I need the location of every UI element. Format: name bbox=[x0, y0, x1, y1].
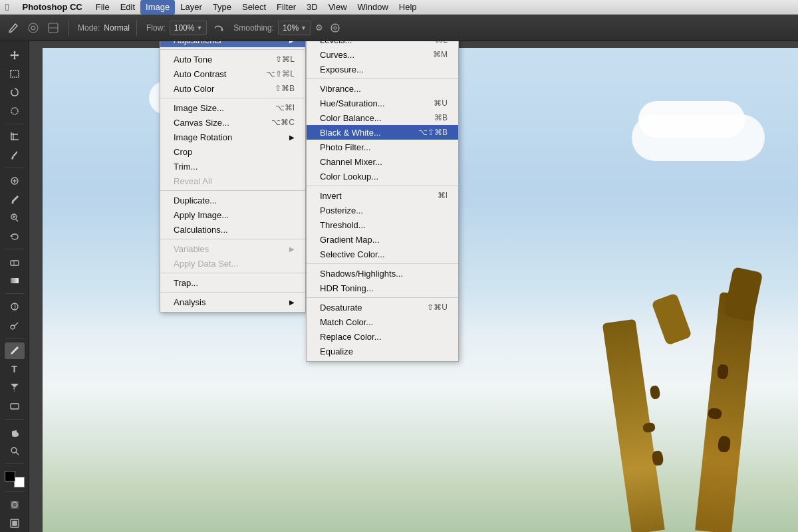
image-menu[interactable]: Mode ▶ Adjustments ▶ Auto Tone ⇧⌘L Auto … bbox=[160, 15, 306, 313]
flow-chevron: ▼ bbox=[196, 25, 202, 31]
adj-match-color[interactable]: Match Color... bbox=[307, 315, 458, 329]
image-size-shortcut: ⌥⌘I bbox=[275, 103, 295, 112]
adj-color-balance[interactable]: Color Balance... ⌘B bbox=[307, 110, 458, 125]
tool-hand[interactable] bbox=[5, 424, 25, 441]
tool-zoom[interactable] bbox=[5, 442, 25, 460]
menubar-3d[interactable]: 3D bbox=[301, 0, 323, 15]
smoothing-chevron: ▼ bbox=[301, 25, 307, 31]
menu-item-analysis[interactable]: Analysis ▶ bbox=[160, 295, 305, 309]
brush-toggle-icon[interactable] bbox=[45, 20, 61, 36]
menu-item-apply-image[interactable]: Apply Image... bbox=[160, 207, 305, 222]
tool-crop[interactable] bbox=[5, 128, 25, 145]
adj-posterize[interactable]: Posterize... bbox=[307, 203, 458, 217]
menubar-image[interactable]: Image bbox=[140, 0, 175, 15]
image-menu-sep-1 bbox=[160, 49, 305, 50]
menubar-help[interactable]: Help bbox=[394, 0, 422, 15]
adj-equalize[interactable]: Equalize bbox=[307, 344, 458, 358]
svg-point-18 bbox=[13, 216, 15, 217]
settings-gear-icon[interactable]: ⚙ bbox=[315, 23, 323, 33]
menubar-photoshop[interactable]: Photoshop CC bbox=[17, 0, 87, 15]
tool-screen-mode[interactable] bbox=[5, 515, 25, 532]
tool-brush[interactable] bbox=[5, 191, 25, 208]
menu-item-crop[interactable]: Crop bbox=[160, 144, 305, 159]
adj-exposure[interactable]: Exposure... bbox=[307, 62, 458, 76]
tool-move[interactable] bbox=[5, 47, 25, 64]
tool-dodge[interactable] bbox=[5, 317, 25, 334]
tool-sep-5 bbox=[5, 338, 24, 338]
menu-item-auto-tone[interactable]: Auto Tone ⇧⌘L bbox=[160, 52, 305, 66]
adjustments-submenu[interactable]: Brightness/Contrast... Levels... ⌘L Curv… bbox=[306, 15, 459, 362]
adj-gradient-map[interactable]: Gradient Map... bbox=[307, 232, 458, 247]
brush-tool-icon[interactable] bbox=[5, 20, 21, 36]
auto-tone-shortcut: ⇧⌘L bbox=[275, 55, 295, 64]
mode-value: Normal bbox=[104, 23, 130, 33]
tool-history-brush[interactable] bbox=[5, 228, 25, 245]
menu-item-auto-contrast[interactable]: Auto Contrast ⌥⇧⌘L bbox=[160, 66, 305, 81]
target-icon[interactable] bbox=[327, 20, 343, 36]
tool-quick-mask[interactable] bbox=[5, 496, 25, 513]
menubar-type[interactable]: Type bbox=[207, 0, 237, 15]
tool-eyedropper[interactable] bbox=[5, 146, 25, 164]
tool-type[interactable]: T bbox=[5, 360, 25, 378]
menubar-window[interactable]: Window bbox=[352, 0, 394, 15]
adj-curves[interactable]: Curves... ⌘M bbox=[307, 47, 458, 62]
smoothing-label: Smoothing: bbox=[233, 23, 274, 33]
menu-item-image-rotation[interactable]: Image Rotation ▶ bbox=[160, 130, 305, 144]
background-color-swatch[interactable] bbox=[14, 477, 25, 487]
tool-eraser[interactable] bbox=[5, 253, 25, 271]
menubar-filter[interactable]: Filter bbox=[271, 0, 301, 15]
apple-menu[interactable]:  bbox=[5, 1, 9, 13]
adj-hdr-toning[interactable]: HDR Toning... bbox=[307, 281, 458, 295]
menu-item-calculations[interactable]: Calculations... bbox=[160, 222, 305, 237]
tool-clone-stamp[interactable] bbox=[5, 209, 25, 227]
flow-input[interactable]: 100% ▼ bbox=[170, 21, 207, 35]
tool-sep-1 bbox=[5, 124, 24, 124]
adj-black-white[interactable]: Black & White... ⌥⇧⌘B bbox=[307, 125, 458, 140]
cloud-5 bbox=[638, 101, 745, 138]
adj-color-lookup[interactable]: Color Lookup... bbox=[307, 169, 458, 184]
adj-replace-color[interactable]: Replace Color... bbox=[307, 329, 458, 344]
app-toolbar: Mode: Normal Flow: 100% ▼ Smoothing: 10%… bbox=[0, 15, 798, 41]
svg-point-23 bbox=[11, 325, 15, 329]
tool-quick-select[interactable] bbox=[5, 102, 25, 120]
adj-photo-filter[interactable]: Photo Filter... bbox=[307, 140, 458, 154]
adj-channel-mixer[interactable]: Channel Mixer... bbox=[307, 154, 458, 169]
color-swatches[interactable] bbox=[5, 471, 25, 488]
menu-item-canvas-size[interactable]: Canvas Size... ⌥⌘C bbox=[160, 115, 305, 130]
menu-item-apply-dataset: Apply Data Set... bbox=[160, 256, 305, 271]
airbrush-icon[interactable] bbox=[211, 20, 227, 36]
adj-desaturate[interactable]: Desaturate ⇧⌘U bbox=[307, 300, 458, 315]
adj-invert[interactable]: Invert ⌘I bbox=[307, 188, 458, 203]
menu-item-trap[interactable]: Trap... bbox=[160, 275, 305, 290]
tool-blur[interactable] bbox=[5, 298, 25, 315]
color-balance-shortcut: ⌘B bbox=[434, 113, 448, 122]
adj-hue-saturation[interactable]: Hue/Saturation... ⌘U bbox=[307, 96, 458, 110]
menubar-layer[interactable]: Layer bbox=[175, 0, 207, 15]
tool-path-select[interactable] bbox=[5, 379, 25, 396]
adj-shadows-highlights[interactable]: Shadows/Highlights... bbox=[307, 266, 458, 281]
menu-item-duplicate[interactable]: Duplicate... bbox=[160, 193, 305, 207]
svg-point-4 bbox=[221, 29, 223, 31]
adj-selective-color[interactable]: Selective Color... bbox=[307, 247, 458, 261]
tool-shape[interactable] bbox=[5, 398, 25, 415]
menubar-select[interactable]: Select bbox=[237, 0, 271, 15]
menu-item-trim[interactable]: Trim... bbox=[160, 159, 305, 174]
adj-vibrance[interactable]: Vibrance... bbox=[307, 81, 458, 96]
tool-sep-2 bbox=[5, 168, 24, 168]
adj-sep-2 bbox=[307, 186, 458, 186]
smoothing-input[interactable]: 10% ▼ bbox=[278, 21, 311, 35]
menu-item-auto-color[interactable]: Auto Color ⇧⌘B bbox=[160, 81, 305, 96]
adj-threshold[interactable]: Threshold... bbox=[307, 217, 458, 232]
tool-rectangle-select[interactable] bbox=[5, 65, 25, 82]
svg-rect-11 bbox=[11, 70, 19, 77]
menu-item-image-size[interactable]: Image Size... ⌥⌘I bbox=[160, 100, 305, 115]
tool-pen[interactable] bbox=[5, 342, 25, 360]
tool-lasso[interactable] bbox=[5, 84, 25, 101]
brush-size-icon[interactable] bbox=[25, 20, 41, 36]
menubar-view[interactable]: View bbox=[323, 0, 352, 15]
menubar-edit[interactable]: Edit bbox=[115, 0, 140, 15]
menubar-file[interactable]: File bbox=[90, 0, 115, 15]
foreground-color-swatch[interactable] bbox=[5, 471, 15, 481]
tool-gradient[interactable] bbox=[5, 272, 25, 289]
tool-spot-heal[interactable] bbox=[5, 172, 25, 190]
